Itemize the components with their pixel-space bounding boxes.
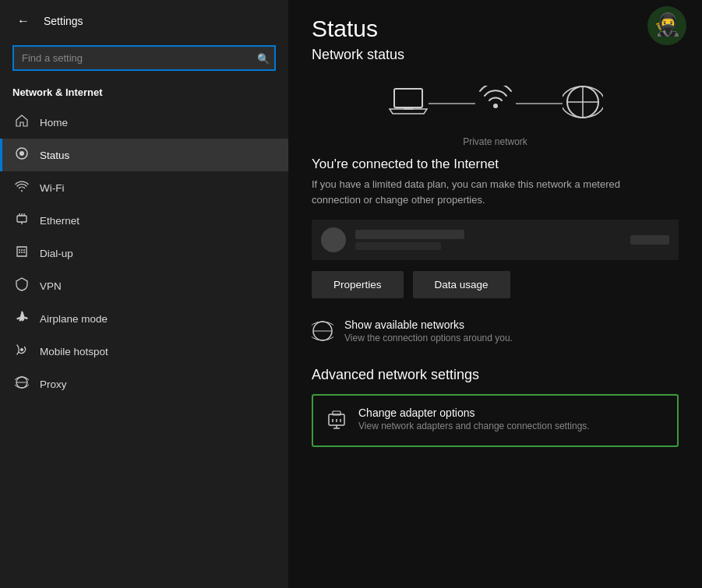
net-info-left <box>321 227 464 252</box>
airplane-icon <box>15 310 29 327</box>
sidebar-item-hotspot-label: Mobile hotspot <box>40 346 108 357</box>
search-input[interactable] <box>12 45 276 71</box>
proxy-icon <box>15 375 29 393</box>
sidebar-item-ethernet-label: Ethernet <box>40 215 79 227</box>
svg-point-11 <box>21 252 23 253</box>
svg-rect-17 <box>394 89 422 107</box>
sidebar-item-proxy-label: Proxy <box>40 379 67 390</box>
hotspot-icon <box>15 343 29 360</box>
network-label: Private network <box>312 136 679 147</box>
connected-title: You're connected to the Internet <box>312 157 679 172</box>
search-icon-button[interactable]: 🔍 <box>257 52 270 64</box>
change-adapter-options[interactable]: Change adapter options View network adap… <box>312 394 679 447</box>
connected-subtext: If you have a limited data plan, you can… <box>312 177 647 207</box>
sidebar-item-status-label: Status <box>40 150 69 161</box>
svg-point-19 <box>493 104 498 108</box>
network-line-1 <box>429 103 475 104</box>
network-line-2 <box>516 103 563 104</box>
sidebar: ← Settings 🔍 Network & Internet Home Sta… <box>0 0 288 588</box>
wifi-router-icon <box>475 86 516 121</box>
data-usage-button[interactable]: Data usage <box>413 271 510 298</box>
show-available-networks[interactable]: Show available networks View the connect… <box>312 315 679 350</box>
adapter-text: Change adapter options View network adap… <box>358 407 590 431</box>
avatar: 🥷 <box>647 6 686 45</box>
adapter-title: Change adapter options <box>358 407 590 419</box>
show-networks-title: Show available networks <box>344 319 513 331</box>
advanced-title: Advanced network settings <box>312 367 679 383</box>
show-networks-text: Show available networks View the connect… <box>344 319 513 343</box>
adapter-icon <box>326 408 347 435</box>
net-name <box>355 230 464 239</box>
show-networks-icon <box>312 320 333 347</box>
home-icon <box>15 114 29 131</box>
show-networks-sub: View the connection options around you. <box>344 333 513 343</box>
wifi-icon <box>15 179 29 196</box>
sidebar-item-vpn[interactable]: VPN <box>0 269 288 302</box>
net-size <box>630 235 669 245</box>
sidebar-section-label: Network & Internet <box>0 80 288 106</box>
sidebar-item-wifi-label: Wi-Fi <box>40 182 64 194</box>
sidebar-header: ← Settings <box>0 0 288 42</box>
network-diagram: Private network <box>312 74 679 147</box>
svg-point-7 <box>19 249 20 251</box>
net-sub <box>355 242 441 250</box>
svg-text:🥷: 🥷 <box>654 12 681 37</box>
sidebar-item-home[interactable]: Home <box>0 106 288 139</box>
ethernet-icon <box>15 212 29 229</box>
search-box: 🔍 <box>12 45 276 71</box>
adapter-sub: View network adapters and change connect… <box>358 421 590 431</box>
laptop-icon <box>388 86 429 121</box>
vpn-icon <box>15 277 29 294</box>
app-title: Settings <box>44 15 83 27</box>
svg-point-12 <box>23 252 25 253</box>
svg-rect-2 <box>17 216 26 222</box>
globe-icon <box>563 82 603 125</box>
action-buttons: Properties Data usage <box>312 271 679 298</box>
properties-button[interactable]: Properties <box>312 271 404 298</box>
sidebar-item-status[interactable]: Status <box>0 139 288 171</box>
sidebar-item-dialup-label: Dial-up <box>40 248 73 259</box>
main-content: 🥷 Status Network status <box>288 0 702 588</box>
network-status-title: Network status <box>312 47 679 63</box>
svg-point-9 <box>23 249 25 251</box>
sidebar-item-hotspot[interactable]: Mobile hotspot <box>0 335 288 368</box>
sidebar-item-dialup[interactable]: Dial-up <box>0 237 288 269</box>
page-title: Status <box>312 16 679 42</box>
svg-point-1 <box>19 151 24 156</box>
sidebar-item-proxy[interactable]: Proxy <box>0 368 288 400</box>
dialup-icon <box>15 245 29 262</box>
sidebar-item-airplane[interactable]: Airplane mode <box>0 302 288 335</box>
avatar-icon: 🥷 <box>647 6 686 45</box>
sidebar-item-airplane-label: Airplane mode <box>40 313 108 325</box>
status-icon <box>15 146 29 164</box>
sidebar-item-vpn-label: VPN <box>40 280 62 292</box>
svg-point-13 <box>20 348 23 351</box>
sidebar-item-home-label: Home <box>40 117 68 129</box>
sidebar-item-wifi[interactable]: Wi-Fi <box>0 171 288 204</box>
back-button[interactable]: ← <box>12 11 34 31</box>
sidebar-item-ethernet[interactable]: Ethernet <box>0 204 288 237</box>
net-avatar-icon <box>321 227 346 252</box>
svg-point-8 <box>21 249 23 251</box>
net-details <box>355 230 464 250</box>
svg-point-10 <box>19 252 20 253</box>
network-info-bar <box>312 220 679 260</box>
